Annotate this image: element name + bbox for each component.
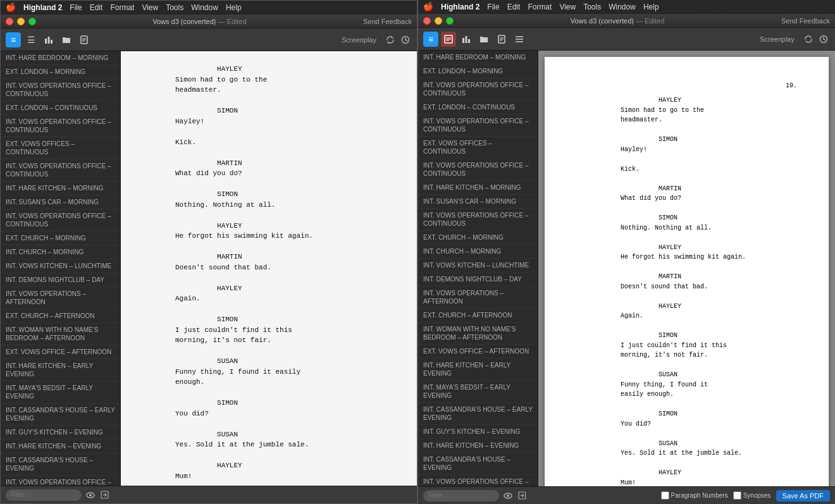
- sidebar-item-16[interactable]: INT. WOMAN WITH NO NAME'S BEDROOM – AFTE…: [1, 323, 120, 345]
- toolbar-page-btn-right[interactable]: [494, 32, 509, 47]
- sidebar-item-1[interactable]: EXT. LONDON – MORNING: [1, 65, 120, 79]
- menu-file-left[interactable]: File: [70, 3, 82, 12]
- menu-view-right[interactable]: View: [559, 3, 576, 11]
- menu-edit-right[interactable]: Edit: [507, 3, 521, 11]
- sidebar-item-7[interactable]: INT. HARE KITCHEN – MORNING: [1, 181, 120, 195]
- sidebar-item-13[interactable]: INT. DEMONS NIGHTCLUB – DAY: [1, 273, 120, 287]
- apple-menu-left[interactable]: 🍎: [6, 3, 16, 12]
- menu-help-right[interactable]: Help: [643, 3, 659, 11]
- clock-btn-left[interactable]: [399, 34, 412, 46]
- right-sidebar-item-20[interactable]: INT. CASSANDRA'S HOUSE – EARLY EVENING: [418, 403, 538, 425]
- right-sidebar-item-3[interactable]: EXT. LONDON – CONTINUOUS: [418, 101, 538, 114]
- right-sidebar-item-8[interactable]: INT. SUSAN'S CAR – MORNING: [418, 195, 538, 209]
- menu-help-left[interactable]: Help: [226, 3, 242, 12]
- menu-view-left[interactable]: View: [142, 3, 158, 12]
- toolbar-stats-btn-left[interactable]: [41, 32, 56, 47]
- menu-format-right[interactable]: Format: [528, 3, 552, 11]
- sidebar-item-3[interactable]: EXT. LONDON – CONTINUOUS: [1, 101, 120, 115]
- right-pdf-area[interactable]: 19. HAYLEY Simon had to go to the headma…: [538, 51, 835, 486]
- left-sidebar[interactable]: INT. HARE BEDROOM – MORNING EXT. LONDON …: [1, 51, 121, 486]
- right-sidebar-item-12[interactable]: INT. VOWS KITCHEN – LUNCHTIME: [418, 259, 538, 273]
- close-button-left[interactable]: [6, 18, 13, 25]
- right-sidebar-item-7[interactable]: INT. HARE KITCHEN – MORNING: [418, 181, 538, 195]
- right-sidebar-item-13[interactable]: INT. DEMONS NIGHTCLUB – DAY: [418, 273, 538, 286]
- right-sidebar-item-14[interactable]: INT. VOWS OPERATIONS – AFTERNOON: [418, 286, 538, 309]
- menu-edit-left[interactable]: Edit: [90, 3, 103, 12]
- left-search-input[interactable]: [6, 489, 82, 501]
- maximize-button-left[interactable]: [28, 18, 36, 25]
- right-sidebar-item-4[interactable]: INT. VOWS OPERATIONS OFFICE – CONTINUOUS: [418, 114, 538, 137]
- save-as-pdf-button[interactable]: Save As PDF: [776, 490, 830, 501]
- right-sidebar-item-22[interactable]: INT. HARE KITCHEN – EVENING: [418, 439, 538, 453]
- right-sidebar-item-21[interactable]: INT. GUY'S KITCHEN – EVENING: [418, 425, 538, 439]
- right-sidebar-item-9[interactable]: INT. VOWS OPERATIONS OFFICE – CONTINUOUS: [418, 209, 538, 231]
- toolbar-list-btn-right[interactable]: ≡: [423, 32, 438, 47]
- right-search-input[interactable]: [423, 490, 499, 501]
- sidebar-item-4[interactable]: INT. VOWS OPERATIONS OFFICE – CONTINUOUS: [1, 115, 120, 137]
- send-feedback-left[interactable]: Send Feedback: [363, 18, 412, 25]
- sidebar-item-5[interactable]: EXT. VOWS OFFICES – CONTINUOUS: [1, 137, 120, 159]
- right-sidebar-item-10[interactable]: EXT. CHURCH – MORNING: [418, 231, 538, 245]
- sidebar-item-24[interactable]: INT. VOWS OPERATIONS OFFICE – MORNING – …: [1, 476, 120, 486]
- sidebar-item-0[interactable]: INT. HARE BEDROOM – MORNING: [1, 51, 120, 65]
- toolbar-hamburger-btn-right[interactable]: [512, 32, 527, 47]
- sidebar-item-6[interactable]: INT. VOWS OPERATIONS OFFICE – CONTINUOUS: [1, 159, 120, 181]
- maximize-button-right[interactable]: [446, 17, 454, 25]
- sidebar-item-10[interactable]: EXT. CHURCH – MORNING: [1, 231, 120, 245]
- sidebar-item-19[interactable]: INT. MAYA'S BEDSIT – EARLY EVENING: [1, 381, 120, 403]
- sidebar-item-2[interactable]: INT. VOWS OPERATIONS OFFICE – CONTINUOUS: [1, 79, 120, 101]
- right-sidebar-item-19[interactable]: INT. MAYA'S BEDSIT – EARLY EVENING: [418, 381, 538, 403]
- eye-icon-right[interactable]: [503, 491, 513, 501]
- right-sidebar-item-18[interactable]: INT. HARE KITCHEN – EARLY EVENING: [418, 359, 538, 381]
- sidebar-item-18[interactable]: INT. HARE KITCHEN – EARLY EVENING: [1, 359, 120, 381]
- sidebar-item-11[interactable]: INT. CHURCH – MORNING: [1, 245, 120, 259]
- sidebar-item-22[interactable]: INT. HARE KITCHEN – EVENING: [1, 439, 120, 453]
- synopses-checkbox[interactable]: Synopses: [733, 491, 771, 500]
- menu-tools-right[interactable]: Tools: [583, 3, 601, 11]
- right-sidebar-item-23[interactable]: INT. CASSANDRA'S HOUSE – EVENING: [418, 453, 538, 475]
- right-sidebar-item-2[interactable]: INT. VOWS OPERATIONS OFFICE – CONTINUOUS: [418, 78, 538, 101]
- toolbar-outline-btn-left[interactable]: ☰: [23, 32, 39, 47]
- sidebar-item-21[interactable]: INT. GUY'S KITCHEN – EVENING: [1, 426, 120, 439]
- sidebar-item-8[interactable]: INT. SUSAN'S CAR – MORNING: [1, 195, 120, 209]
- clock-btn-right[interactable]: [817, 33, 830, 46]
- menu-format-left[interactable]: Format: [110, 3, 134, 12]
- sidebar-item-23[interactable]: INT. CASSANDRA'S HOUSE – EVENING: [1, 453, 120, 476]
- minimize-button-left[interactable]: [17, 18, 25, 25]
- paragraph-numbers-checkbox[interactable]: Paragraph Numbers: [661, 491, 728, 500]
- toolbar-list-btn-left[interactable]: ≡: [6, 32, 21, 47]
- right-sidebar-item-0[interactable]: INT. HARE BEDROOM – MORNING: [418, 51, 538, 65]
- export-icon-left[interactable]: [99, 490, 109, 500]
- right-sidebar-item-11[interactable]: INT. CHURCH – MORNING: [418, 245, 538, 259]
- toolbar-stats-btn-right[interactable]: [459, 32, 474, 47]
- sync-btn-right[interactable]: [802, 33, 815, 46]
- sidebar-item-17[interactable]: EXT. VOWS OFFICE – AFTERNOON: [1, 345, 120, 359]
- right-sidebar-item-6[interactable]: INT. VOWS OPERATIONS OFFICE – CONTINUOUS: [418, 159, 538, 181]
- right-sidebar-item-1[interactable]: EXT. LONDON – MORNING: [418, 65, 538, 78]
- toolbar-folder-btn-right[interactable]: [476, 32, 492, 47]
- menu-file-right[interactable]: File: [487, 3, 499, 11]
- toolbar-outline-btn-right[interactable]: [441, 32, 456, 47]
- right-sidebar-item-24[interactable]: INT. VOWS OPERATIONS OFFICE – MORNING – …: [418, 475, 538, 486]
- menu-tools-left[interactable]: Tools: [166, 3, 183, 12]
- send-feedback-right[interactable]: Send Feedback: [781, 17, 830, 25]
- sidebar-item-9[interactable]: INT. VOWS OPERATIONS OFFICE – CONTINUOUS: [1, 209, 120, 231]
- toolbar-page-btn-left[interactable]: [77, 32, 92, 47]
- sidebar-item-12[interactable]: INT. VOWS KITCHEN – LUNCHTIME: [1, 259, 120, 273]
- sidebar-item-20[interactable]: INT. CASSANDRA'S HOUSE – EARLY EVENING: [1, 403, 120, 426]
- sync-btn-left[interactable]: [384, 34, 397, 46]
- left-screenplay-area[interactable]: HAYLEY Simon had to go to the headmaster…: [121, 51, 417, 486]
- export-icon-right[interactable]: [517, 491, 527, 501]
- right-sidebar[interactable]: INT. HARE BEDROOM – MORNING EXT. LONDON …: [418, 51, 538, 486]
- sidebar-item-14[interactable]: INT. VOWS OPERATIONS – AFTERNOON: [1, 287, 120, 309]
- menu-window-left[interactable]: Window: [191, 3, 218, 12]
- close-button-right[interactable]: [423, 17, 431, 25]
- sidebar-item-15[interactable]: EXT. CHURCH – AFTERNOON: [1, 309, 120, 323]
- eye-icon-left[interactable]: [85, 490, 96, 500]
- right-sidebar-item-16[interactable]: INT. WOMAN WITH NO NAME'S BEDROOM – AFTE…: [418, 323, 538, 345]
- menu-window-right[interactable]: Window: [609, 3, 636, 11]
- apple-menu-right[interactable]: 🍎: [423, 2, 433, 11]
- right-sidebar-item-17[interactable]: EXT. VOWS OFFICE – AFTERNOON: [418, 345, 538, 359]
- right-sidebar-item-5[interactable]: EXT. VOWS OFFICES – CONTINUOUS: [418, 137, 538, 159]
- minimize-button-right[interactable]: [435, 17, 442, 25]
